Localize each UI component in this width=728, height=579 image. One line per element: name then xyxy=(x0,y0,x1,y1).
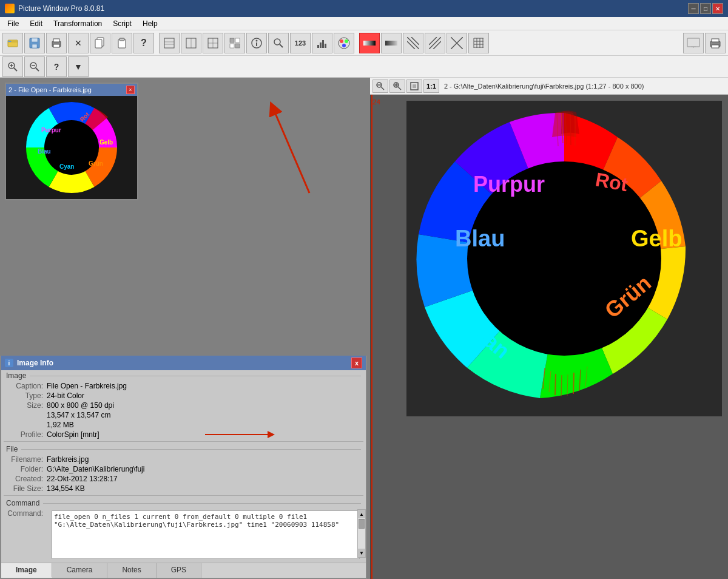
svg-text:Grün: Grün xyxy=(89,160,103,167)
right-1to1-btn[interactable]: 1:1 xyxy=(423,80,439,93)
svg-rect-3 xyxy=(32,44,37,48)
menu-file[interactable]: File xyxy=(2,18,24,29)
profile-arrow xyxy=(202,428,281,441)
left-panel: 2 - File Open - Farbkreis.jpg × xyxy=(0,78,370,579)
annotation-arrow xyxy=(261,96,334,205)
command-section-header: Command xyxy=(1,498,366,509)
maximize-button[interactable]: □ xyxy=(700,3,711,14)
print-btn2[interactable] xyxy=(705,33,726,53)
print-button[interactable] xyxy=(46,33,67,53)
svg-rect-87 xyxy=(413,84,416,88)
tab-camera[interactable]: Camera xyxy=(52,563,108,578)
info-close-button[interactable]: x xyxy=(351,357,362,368)
minimize-button[interactable]: ─ xyxy=(688,3,699,14)
svg-rect-30 xyxy=(322,40,324,48)
close-window-button[interactable]: ✕ xyxy=(712,3,723,14)
svg-rect-6 xyxy=(53,44,59,47)
large-image-area: 24 xyxy=(370,95,728,579)
svg-rect-8 xyxy=(95,39,102,48)
command-divider xyxy=(4,495,363,496)
small-color-wheel: Rot Gelb Grün Cyan Blau Purpur xyxy=(23,99,120,196)
copy-button[interactable] xyxy=(90,33,110,53)
help-button[interactable]: ? xyxy=(133,33,154,53)
svg-rect-28 xyxy=(317,45,319,48)
scrollbar-down-arrow[interactable]: ▼ xyxy=(358,549,365,557)
small-image-close-btn[interactable]: × xyxy=(126,86,135,94)
type-value: 24-bit Color xyxy=(47,391,366,400)
tool-hatch2[interactable] xyxy=(425,33,445,53)
created-label: Created: xyxy=(1,475,47,483)
right-panel-title: 2 - G:\Alte_Daten\Kalibrierung\fuji\Farb… xyxy=(444,83,726,90)
tab-notes[interactable]: Notes xyxy=(107,563,156,578)
label-purpur: Purpur xyxy=(473,172,545,197)
tool-hatch3[interactable] xyxy=(447,33,467,53)
scrollbar-up-arrow[interactable]: ▲ xyxy=(358,510,365,518)
right-zoom-out-btn[interactable] xyxy=(372,80,388,93)
size-label: Size: xyxy=(1,401,47,410)
tool-grid2[interactable] xyxy=(468,33,489,53)
right-fit-btn[interactable] xyxy=(406,80,422,93)
command-textarea[interactable] xyxy=(52,510,360,559)
info-panel-title: Image Info xyxy=(17,359,53,367)
open-file-button[interactable] xyxy=(2,33,23,53)
svg-text:Gelb: Gelb xyxy=(99,139,113,146)
profile-label: Profile: xyxy=(1,430,47,439)
menu-edit[interactable]: Edit xyxy=(25,18,47,29)
menu-script[interactable]: Script xyxy=(108,18,136,29)
svg-rect-10 xyxy=(120,38,124,41)
tab-image[interactable]: Image xyxy=(1,563,52,578)
info-button[interactable] xyxy=(246,33,267,53)
svg-text:Cyan: Cyan xyxy=(59,163,74,170)
tool-gradient2[interactable] xyxy=(381,33,402,53)
svg-rect-37 xyxy=(385,41,397,46)
size-mb-row: 1,92 MB xyxy=(1,420,366,430)
tab-gps[interactable]: GPS xyxy=(157,563,201,578)
tool-halftone[interactable] xyxy=(159,33,180,53)
zoom-help-button[interactable]: ? xyxy=(46,56,67,77)
tool-grid[interactable] xyxy=(224,33,245,53)
filesize-row: File Size: 134,554 KB xyxy=(1,484,366,493)
zoom-out-button[interactable] xyxy=(24,56,45,77)
type-label: Type: xyxy=(1,391,47,400)
paste-button[interactable] xyxy=(112,33,132,53)
tool-display[interactable] xyxy=(683,33,704,53)
scrollbar-thumb[interactable] xyxy=(359,519,365,529)
svg-line-101 xyxy=(573,373,574,394)
magnify-button[interactable] xyxy=(268,33,289,53)
tool-hatch1[interactable] xyxy=(403,33,423,53)
caption-label: Caption: xyxy=(1,382,47,390)
separator-2 xyxy=(356,33,358,53)
folder-row: Folder: G:\Alte_Daten\Kalibrierung\fuji xyxy=(1,464,366,474)
menu-bar: File Edit Transformation Script Help xyxy=(0,17,728,30)
right-zoom-in-btn[interactable] xyxy=(389,80,405,93)
menu-transformation[interactable]: Transformation xyxy=(49,18,107,29)
svg-rect-5 xyxy=(53,39,59,42)
svg-line-65 xyxy=(36,68,39,71)
svg-line-99 xyxy=(561,375,562,396)
tool-mask[interactable] xyxy=(181,33,201,53)
svg-text:Purpur: Purpur xyxy=(41,127,61,134)
ruler-mark: 24 xyxy=(372,98,380,106)
image-info-panel: i Image Info x Image Caption: File Open … xyxy=(0,356,367,579)
histogram-button[interactable] xyxy=(312,33,332,53)
command-scrollbar[interactable]: ▲ ▼ xyxy=(357,509,366,558)
zoom-dropdown-button[interactable]: ▼ xyxy=(68,56,89,77)
menu-help[interactable]: Help xyxy=(138,18,163,29)
profile-row: Profile: ColorSpin [mntr] xyxy=(1,430,366,439)
tool-gradient1[interactable] xyxy=(359,33,380,53)
zoom-in-button[interactable] xyxy=(2,56,23,77)
close-button[interactable]: ✕ xyxy=(68,33,89,53)
svg-rect-19 xyxy=(230,38,234,42)
zoom-toolbar: ? ▼ xyxy=(0,56,728,78)
svg-line-40 xyxy=(411,37,419,45)
size-value: 800 x 800 @ 150 dpi xyxy=(47,401,366,410)
save-button[interactable] xyxy=(24,33,45,53)
file-divider xyxy=(4,441,363,442)
svg-rect-59 xyxy=(712,45,719,48)
filename-label: Filename: xyxy=(1,455,47,464)
numbers-button[interactable]: 123 xyxy=(290,33,311,53)
palette-button[interactable] xyxy=(334,33,354,53)
file-section-header: File xyxy=(1,444,366,455)
svg-rect-58 xyxy=(712,39,719,42)
tool-channel[interactable] xyxy=(203,33,223,53)
